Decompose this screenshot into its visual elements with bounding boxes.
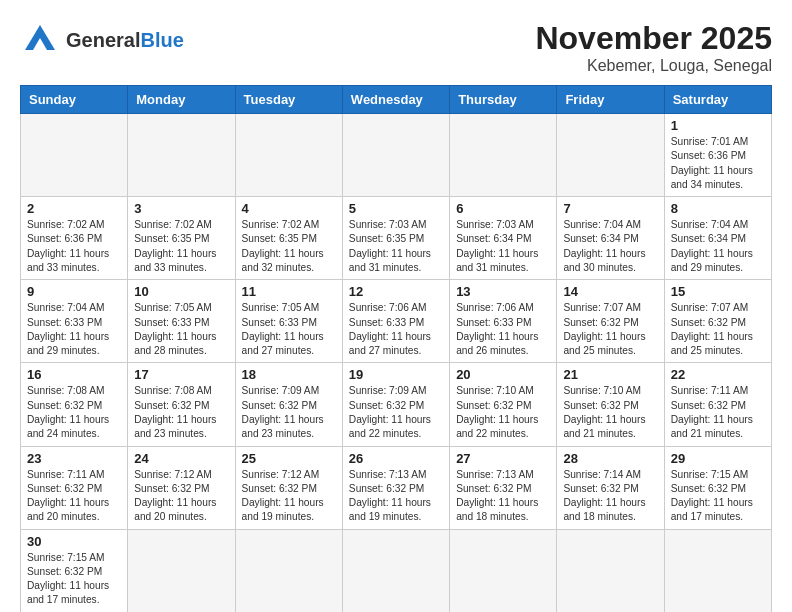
day-number: 28 [563, 451, 657, 466]
day-info: Sunrise: 7:06 AM Sunset: 6:33 PM Dayligh… [456, 301, 550, 358]
week-row-6: 30Sunrise: 7:15 AM Sunset: 6:32 PM Dayli… [21, 529, 772, 612]
day-info: Sunrise: 7:03 AM Sunset: 6:35 PM Dayligh… [349, 218, 443, 275]
day-info: Sunrise: 7:09 AM Sunset: 6:32 PM Dayligh… [349, 384, 443, 441]
day-number: 9 [27, 284, 121, 299]
weekday-header-sunday: Sunday [21, 86, 128, 114]
calendar-cell: 15Sunrise: 7:07 AM Sunset: 6:32 PM Dayli… [664, 280, 771, 363]
day-number: 10 [134, 284, 228, 299]
calendar-cell: 16Sunrise: 7:08 AM Sunset: 6:32 PM Dayli… [21, 363, 128, 446]
calendar-cell: 8Sunrise: 7:04 AM Sunset: 6:34 PM Daylig… [664, 197, 771, 280]
day-number: 13 [456, 284, 550, 299]
day-number: 24 [134, 451, 228, 466]
calendar-cell [450, 114, 557, 197]
day-number: 16 [27, 367, 121, 382]
weekday-header-thursday: Thursday [450, 86, 557, 114]
calendar-cell [557, 114, 664, 197]
day-info: Sunrise: 7:12 AM Sunset: 6:32 PM Dayligh… [242, 468, 336, 525]
page-header: GeneralBlue November 2025 Kebemer, Louga… [20, 20, 772, 75]
day-info: Sunrise: 7:02 AM Sunset: 6:35 PM Dayligh… [134, 218, 228, 275]
day-number: 5 [349, 201, 443, 216]
day-info: Sunrise: 7:01 AM Sunset: 6:36 PM Dayligh… [671, 135, 765, 192]
day-number: 15 [671, 284, 765, 299]
day-info: Sunrise: 7:04 AM Sunset: 6:34 PM Dayligh… [671, 218, 765, 275]
calendar-cell: 3Sunrise: 7:02 AM Sunset: 6:35 PM Daylig… [128, 197, 235, 280]
day-number: 14 [563, 284, 657, 299]
calendar-cell: 21Sunrise: 7:10 AM Sunset: 6:32 PM Dayli… [557, 363, 664, 446]
day-number: 19 [349, 367, 443, 382]
title-block: November 2025 Kebemer, Louga, Senegal [535, 20, 772, 75]
calendar-cell: 23Sunrise: 7:11 AM Sunset: 6:32 PM Dayli… [21, 446, 128, 529]
day-info: Sunrise: 7:06 AM Sunset: 6:33 PM Dayligh… [349, 301, 443, 358]
day-number: 6 [456, 201, 550, 216]
day-info: Sunrise: 7:13 AM Sunset: 6:32 PM Dayligh… [349, 468, 443, 525]
calendar-cell [21, 114, 128, 197]
calendar-cell: 22Sunrise: 7:11 AM Sunset: 6:32 PM Dayli… [664, 363, 771, 446]
day-info: Sunrise: 7:10 AM Sunset: 6:32 PM Dayligh… [563, 384, 657, 441]
calendar-cell: 5Sunrise: 7:03 AM Sunset: 6:35 PM Daylig… [342, 197, 449, 280]
day-info: Sunrise: 7:09 AM Sunset: 6:32 PM Dayligh… [242, 384, 336, 441]
day-number: 3 [134, 201, 228, 216]
day-info: Sunrise: 7:12 AM Sunset: 6:32 PM Dayligh… [134, 468, 228, 525]
logo-icon [20, 20, 60, 56]
calendar-cell: 19Sunrise: 7:09 AM Sunset: 6:32 PM Dayli… [342, 363, 449, 446]
calendar-cell: 14Sunrise: 7:07 AM Sunset: 6:32 PM Dayli… [557, 280, 664, 363]
calendar-cell [342, 114, 449, 197]
day-info: Sunrise: 7:07 AM Sunset: 6:32 PM Dayligh… [671, 301, 765, 358]
calendar-cell [128, 529, 235, 612]
day-number: 27 [456, 451, 550, 466]
calendar-cell: 4Sunrise: 7:02 AM Sunset: 6:35 PM Daylig… [235, 197, 342, 280]
day-info: Sunrise: 7:05 AM Sunset: 6:33 PM Dayligh… [242, 301, 336, 358]
day-number: 8 [671, 201, 765, 216]
day-number: 21 [563, 367, 657, 382]
calendar-cell [128, 114, 235, 197]
weekday-header-wednesday: Wednesday [342, 86, 449, 114]
calendar-cell: 24Sunrise: 7:12 AM Sunset: 6:32 PM Dayli… [128, 446, 235, 529]
week-row-5: 23Sunrise: 7:11 AM Sunset: 6:32 PM Dayli… [21, 446, 772, 529]
day-info: Sunrise: 7:13 AM Sunset: 6:32 PM Dayligh… [456, 468, 550, 525]
weekday-header-row: SundayMondayTuesdayWednesdayThursdayFrid… [21, 86, 772, 114]
calendar-cell [235, 529, 342, 612]
calendar-cell: 18Sunrise: 7:09 AM Sunset: 6:32 PM Dayli… [235, 363, 342, 446]
day-info: Sunrise: 7:07 AM Sunset: 6:32 PM Dayligh… [563, 301, 657, 358]
day-number: 2 [27, 201, 121, 216]
week-row-2: 2Sunrise: 7:02 AM Sunset: 6:36 PM Daylig… [21, 197, 772, 280]
page-title: November 2025 [535, 20, 772, 57]
day-number: 23 [27, 451, 121, 466]
day-number: 12 [349, 284, 443, 299]
calendar-cell: 11Sunrise: 7:05 AM Sunset: 6:33 PM Dayli… [235, 280, 342, 363]
weekday-header-friday: Friday [557, 86, 664, 114]
day-info: Sunrise: 7:15 AM Sunset: 6:32 PM Dayligh… [27, 551, 121, 608]
day-info: Sunrise: 7:04 AM Sunset: 6:34 PM Dayligh… [563, 218, 657, 275]
calendar-cell: 27Sunrise: 7:13 AM Sunset: 6:32 PM Dayli… [450, 446, 557, 529]
day-number: 18 [242, 367, 336, 382]
logo-blue: Blue [140, 29, 183, 51]
day-number: 29 [671, 451, 765, 466]
weekday-header-saturday: Saturday [664, 86, 771, 114]
calendar-cell [342, 529, 449, 612]
calendar-cell [235, 114, 342, 197]
day-info: Sunrise: 7:10 AM Sunset: 6:32 PM Dayligh… [456, 384, 550, 441]
day-number: 7 [563, 201, 657, 216]
week-row-1: 1Sunrise: 7:01 AM Sunset: 6:36 PM Daylig… [21, 114, 772, 197]
calendar-cell: 26Sunrise: 7:13 AM Sunset: 6:32 PM Dayli… [342, 446, 449, 529]
day-number: 11 [242, 284, 336, 299]
calendar-cell: 13Sunrise: 7:06 AM Sunset: 6:33 PM Dayli… [450, 280, 557, 363]
day-info: Sunrise: 7:08 AM Sunset: 6:32 PM Dayligh… [134, 384, 228, 441]
day-number: 26 [349, 451, 443, 466]
calendar-cell: 29Sunrise: 7:15 AM Sunset: 6:32 PM Dayli… [664, 446, 771, 529]
day-number: 17 [134, 367, 228, 382]
calendar-cell: 7Sunrise: 7:04 AM Sunset: 6:34 PM Daylig… [557, 197, 664, 280]
day-number: 4 [242, 201, 336, 216]
page-subtitle: Kebemer, Louga, Senegal [535, 57, 772, 75]
calendar-cell: 12Sunrise: 7:06 AM Sunset: 6:33 PM Dayli… [342, 280, 449, 363]
weekday-header-monday: Monday [128, 86, 235, 114]
calendar-cell [557, 529, 664, 612]
day-info: Sunrise: 7:11 AM Sunset: 6:32 PM Dayligh… [671, 384, 765, 441]
day-number: 1 [671, 118, 765, 133]
calendar-cell [664, 529, 771, 612]
day-info: Sunrise: 7:04 AM Sunset: 6:33 PM Dayligh… [27, 301, 121, 358]
logo-general: General [66, 29, 140, 51]
calendar-cell: 10Sunrise: 7:05 AM Sunset: 6:33 PM Dayli… [128, 280, 235, 363]
calendar-cell: 20Sunrise: 7:10 AM Sunset: 6:32 PM Dayli… [450, 363, 557, 446]
calendar-cell: 28Sunrise: 7:14 AM Sunset: 6:32 PM Dayli… [557, 446, 664, 529]
